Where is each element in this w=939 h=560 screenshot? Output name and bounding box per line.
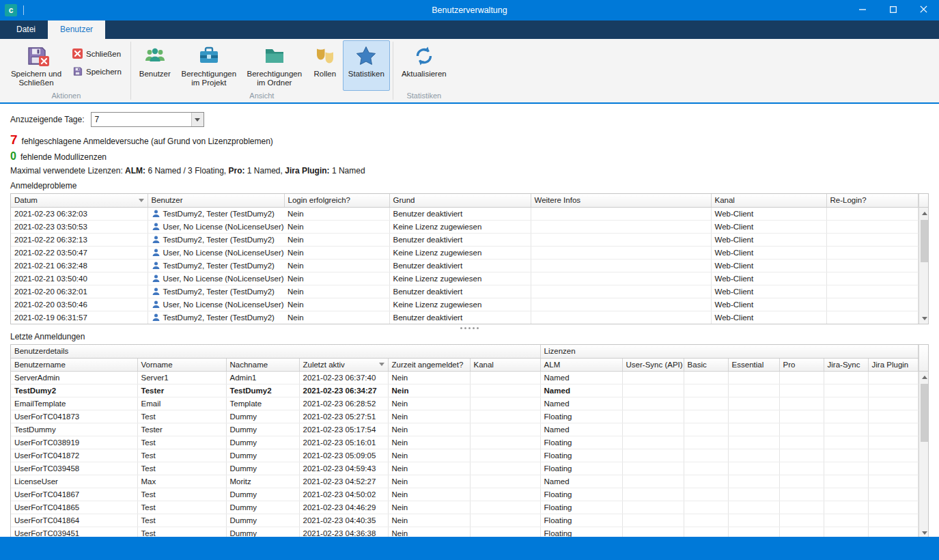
table-cell: [684, 501, 728, 514]
table-row[interactable]: 2021-02-20 03:50:46User, No License (NoL…: [11, 298, 918, 311]
table-cell: [684, 488, 728, 501]
table-row[interactable]: UserForTC041872TestDummy2021-02-23 05:09…: [11, 449, 918, 462]
benutzer-button[interactable]: Benutzer: [134, 40, 176, 91]
save-button[interactable]: Speichern: [69, 65, 125, 78]
column-header[interactable]: Datum: [11, 194, 148, 207]
column-header[interactable]: Basic: [684, 358, 728, 371]
grid-splitter[interactable]: [10, 324, 929, 332]
table-cell: [622, 488, 684, 501]
table-cell: Named: [540, 397, 622, 410]
scrollbar-track[interactable]: [919, 382, 929, 527]
table-cell: [728, 514, 779, 527]
table-row[interactable]: UserForTC039451TestDummy2021-02-23 04:36…: [11, 527, 918, 537]
table-row[interactable]: UserForTC039458TestDummy2021-02-23 04:59…: [11, 462, 918, 475]
column-header[interactable]: Re-Login?: [826, 194, 918, 207]
login-problems-scrollbar[interactable]: [919, 194, 929, 324]
column-header[interactable]: Essential: [728, 358, 779, 371]
column-header[interactable]: Vorname: [137, 358, 226, 371]
table-cell: Nein: [388, 423, 470, 436]
column-header[interactable]: Benutzername: [11, 358, 137, 371]
column-header[interactable]: Kanal: [711, 194, 826, 207]
table-row[interactable]: UserForTC041865TestDummy2021-02-23 04:46…: [11, 501, 918, 514]
table-cell: [779, 410, 824, 423]
scroll-up-button[interactable]: [919, 372, 929, 382]
failed-logins-stat: 7 fehlgeschlagene Anmeldeversuche (auf G…: [10, 133, 929, 147]
scroll-down-button[interactable]: [919, 527, 929, 537]
table-row[interactable]: LicenseUserMaxMoritz2021-02-23 04:52:27N…: [11, 475, 918, 488]
tab-benutzer[interactable]: Benutzer: [48, 20, 105, 39]
table-row[interactable]: UserForTC041864TestDummy2021-02-23 04:40…: [11, 514, 918, 527]
table-row[interactable]: 2021-02-23 03:50:53User, No License (NoL…: [11, 221, 918, 234]
table-row[interactable]: 2021-02-19 06:31:57TestDumy2, Tester (Te…: [11, 311, 918, 324]
column-header[interactable]: User-Sync (API): [622, 358, 684, 371]
column-header[interactable]: Weitere Infos: [531, 194, 711, 207]
column-header[interactable]: Jira Plugin: [868, 358, 918, 371]
close-window-button[interactable]: [908, 0, 939, 20]
column-header[interactable]: Grund: [389, 194, 531, 207]
table-row[interactable]: 2021-02-21 06:32:48TestDumy2, Tester (Te…: [11, 260, 918, 272]
rollen-label: Rollen: [314, 70, 337, 79]
scrollbar-thumb[interactable]: [921, 384, 929, 442]
table-cell: [684, 397, 728, 410]
table-cell: Nein: [388, 501, 470, 514]
table-cell: Moritz: [226, 475, 299, 488]
column-header[interactable]: Login erfolgreich?: [284, 194, 389, 207]
table-cell: [728, 475, 779, 488]
table-row[interactable]: 2021-02-21 03:50:40User, No License (NoL…: [11, 272, 918, 285]
table-row[interactable]: 2021-02-22 03:50:47User, No License (NoL…: [11, 247, 918, 260]
table-cell: Keine Lizenz zugewiesen: [389, 221, 531, 234]
scrollbar-track[interactable]: [919, 219, 929, 313]
table-row[interactable]: TestDummyTesterDummy2021-02-23 05:17:54N…: [11, 423, 918, 436]
column-header[interactable]: Benutzer: [148, 194, 284, 207]
close-label: Schließen: [86, 50, 121, 58]
scroll-up-button[interactable]: [919, 208, 929, 219]
table-row[interactable]: 2021-02-22 06:32:13TestDumy2, Tester (Te…: [11, 234, 918, 247]
status-bar: [0, 537, 939, 560]
close-button[interactable]: Schließen: [69, 47, 125, 60]
minimize-icon: [859, 5, 866, 15]
column-header[interactable]: Jira-Sync: [824, 358, 868, 371]
column-header[interactable]: Kanal: [470, 358, 540, 371]
scroll-up-icon: [922, 212, 927, 215]
table-cell: Nein: [388, 410, 470, 423]
column-header[interactable]: Zuletzt aktiv: [299, 358, 388, 371]
table-cell: Web-Client: [711, 247, 826, 260]
license-parts: ALM: 6 Named / 3 Floating, Pro: 1 Named,…: [125, 166, 365, 176]
chevron-down-icon[interactable]: [191, 113, 204, 126]
table-cell: User, No License (NoLicenseUser): [148, 247, 285, 260]
statistiken-button[interactable]: Statistiken: [343, 40, 390, 91]
table-row[interactable]: 2021-02-23 06:32:03TestDumy2, Tester (Te…: [11, 207, 918, 221]
maximize-button[interactable]: [878, 0, 908, 20]
berechtigungen-ordner-button[interactable]: Berechtigungen im Ordner: [242, 40, 307, 91]
table-row[interactable]: TestDumy2TesterTestDumy22021-02-23 06:34…: [11, 384, 918, 397]
aktualisieren-button[interactable]: Aktualisieren: [396, 40, 452, 91]
table-cell: Nein: [284, 260, 389, 272]
berechtigungen-ordner-label: Berechtigungen im Ordner: [247, 70, 303, 87]
table-cell: [622, 371, 684, 384]
scroll-down-button[interactable]: [919, 313, 929, 324]
save-and-close-button[interactable]: Speichern und Schließen: [5, 40, 68, 91]
table-row[interactable]: EmailTemplateEmailTemplate2021-02-23 06:…: [11, 397, 918, 410]
license-type-value: 1 Named: [330, 166, 365, 176]
table-row[interactable]: 2021-02-20 06:32:01TestDumy2, Tester (Te…: [11, 285, 918, 298]
scrollbar-thumb[interactable]: [921, 220, 929, 262]
column-header[interactable]: Nachname: [226, 358, 299, 371]
berechtigungen-projekt-button[interactable]: Berechtigungen im Projekt: [176, 40, 242, 91]
column-header[interactable]: Pro: [779, 358, 824, 371]
table-row[interactable]: UserForTC038919TestDummy2021-02-23 05:16…: [11, 436, 918, 449]
table-cell: [779, 475, 824, 488]
column-header[interactable]: Zurzeit angemeldet?: [388, 358, 470, 371]
table-row[interactable]: ServerAdminServer1Admin12021-02-23 06:37…: [11, 371, 918, 384]
days-select[interactable]: 7: [91, 112, 204, 127]
table-cell: [868, 488, 918, 501]
table-row[interactable]: UserForTC041873TestDummy2021-02-23 05:27…: [11, 410, 918, 423]
rollen-button[interactable]: Rollen: [307, 40, 343, 91]
table-cell: Dummy: [226, 501, 299, 514]
ribbon-group-ansicht: Benutzer Berechtigungen im Projekt: [132, 39, 392, 102]
minimize-button[interactable]: [847, 0, 878, 20]
table-row[interactable]: UserForTC041867TestDummy2021-02-23 04:50…: [11, 488, 918, 501]
column-header[interactable]: ALM: [540, 358, 622, 371]
table-cell: Test: [137, 436, 226, 449]
last-logins-scrollbar[interactable]: [919, 345, 929, 537]
tab-datei[interactable]: Datei: [4, 20, 48, 39]
